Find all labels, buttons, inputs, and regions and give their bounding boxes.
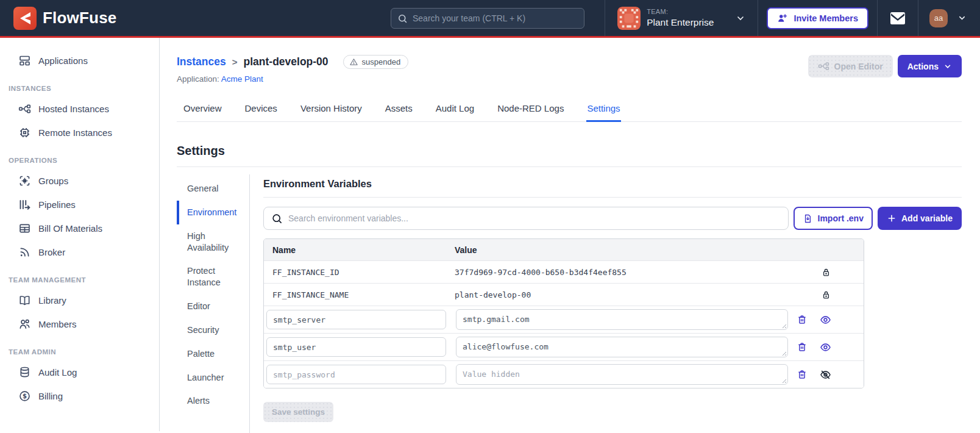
env-value-input[interactable] bbox=[456, 364, 788, 385]
add-variable-label: Add variable bbox=[901, 213, 953, 223]
env-name-input[interactable] bbox=[266, 337, 446, 357]
sidebar-section-team-admin: TEAM ADMIN bbox=[0, 336, 159, 360]
pipelines-icon bbox=[18, 198, 31, 211]
settings-nav-editor[interactable]: Editor bbox=[177, 295, 245, 318]
delete-variable-button[interactable] bbox=[797, 369, 808, 380]
env-value: 37f7d969-97cd-4000-b650-b3d4f4eef855 bbox=[450, 268, 788, 277]
editor-icon bbox=[818, 60, 829, 72]
settings-nav-alerts[interactable]: Alerts bbox=[177, 389, 245, 413]
env-value-input[interactable]: alice@flowfuse.com bbox=[456, 337, 788, 357]
table-row: alice@flowfuse.com bbox=[264, 333, 864, 360]
save-settings-button[interactable]: Save settings bbox=[263, 402, 333, 422]
brand-name: FlowFuse bbox=[43, 9, 117, 27]
user-menu[interactable]: aa bbox=[918, 0, 980, 36]
remote-instances-icon bbox=[18, 126, 31, 139]
sidebar: Applications INSTANCES Hosted Instances … bbox=[0, 38, 160, 431]
delete-variable-button[interactable] bbox=[797, 342, 808, 352]
env-value-field bbox=[456, 364, 788, 385]
sidebar-item-label: Applications bbox=[38, 55, 88, 66]
mail-icon bbox=[890, 12, 906, 25]
sidebar-item-groups[interactable]: Groups bbox=[0, 169, 159, 193]
sidebar-item-remote-instances[interactable]: Remote Instances bbox=[0, 121, 159, 145]
user-plus-icon bbox=[777, 13, 788, 24]
brand[interactable]: FlowFuse bbox=[0, 7, 128, 30]
sidebar-item-label: Broker bbox=[38, 247, 65, 257]
sidebar-item-billing[interactable]: $ Billing bbox=[0, 384, 159, 408]
team-name: Plant Enterprise bbox=[647, 16, 714, 28]
column-header-value: Value bbox=[450, 245, 788, 255]
sidebar-item-label: Audit Log bbox=[38, 367, 77, 378]
env-value-input[interactable]: smtp.gmail.com bbox=[456, 309, 788, 330]
hosted-instances-icon bbox=[18, 102, 31, 115]
settings-nav-security[interactable]: Security bbox=[177, 318, 245, 342]
sidebar-item-label: Pipelines bbox=[38, 199, 76, 210]
table-header-row: Name Value bbox=[264, 239, 864, 260]
sidebar-item-bill-of-materials[interactable]: Bill Of Materials bbox=[0, 216, 159, 240]
env-name-input[interactable] bbox=[266, 365, 446, 384]
settings-nav-palette[interactable]: Palette bbox=[177, 342, 245, 366]
instance-tabs: Overview Devices Version History Assets … bbox=[177, 98, 962, 122]
library-icon bbox=[18, 294, 31, 307]
search-icon bbox=[271, 213, 283, 224]
tab-version-history[interactable]: Version History bbox=[300, 98, 363, 121]
top-navbar: FlowFuse TEAM: Plant Enterprise bbox=[0, 0, 980, 38]
team-search[interactable] bbox=[391, 8, 584, 29]
table-row: FF_INSTANCE_NAME plant-develop-00 bbox=[264, 283, 864, 306]
status-badge: suspended bbox=[343, 55, 409, 69]
settings-nav-protect-instance[interactable]: Protect Instance bbox=[177, 259, 245, 295]
show-value-eye-icon[interactable] bbox=[820, 314, 831, 326]
application-label: Application: bbox=[177, 74, 219, 84]
settings-nav-high-availability[interactable]: High Availability bbox=[177, 224, 245, 260]
import-env-button[interactable]: Import .env bbox=[794, 207, 873, 230]
open-editor-button[interactable]: Open Editor bbox=[808, 55, 893, 77]
env-search[interactable] bbox=[263, 207, 789, 230]
breadcrumb-instances-link[interactable]: Instances bbox=[177, 55, 226, 68]
chevron-down-icon bbox=[736, 13, 745, 23]
env-name-input[interactable] bbox=[266, 310, 446, 329]
tab-assets[interactable]: Assets bbox=[385, 98, 413, 121]
application-link[interactable]: Acme Plant bbox=[221, 74, 263, 84]
invite-members-label: Invite Members bbox=[794, 13, 858, 23]
tab-settings[interactable]: Settings bbox=[586, 98, 620, 122]
show-value-eye-icon[interactable] bbox=[820, 342, 831, 353]
env-value-field: smtp.gmail.com bbox=[456, 309, 788, 330]
settings-nav: General Environment High Availability Pr… bbox=[177, 174, 250, 433]
plus-icon bbox=[887, 213, 897, 223]
lock-icon bbox=[821, 290, 831, 300]
sidebar-item-label: Bill Of Materials bbox=[38, 223, 102, 234]
broker-icon bbox=[18, 246, 31, 259]
env-table: Name Value FF_INSTANCE_ID 37f7d969-97cd-… bbox=[263, 238, 864, 388]
team-selector[interactable]: TEAM: Plant Enterprise bbox=[605, 0, 758, 36]
sidebar-item-hosted-instances[interactable]: Hosted Instances bbox=[0, 97, 159, 121]
sidebar-item-broker[interactable]: Broker bbox=[0, 240, 159, 264]
actions-label: Actions bbox=[907, 62, 939, 71]
tab-overview[interactable]: Overview bbox=[183, 98, 222, 121]
actions-button[interactable]: Actions bbox=[898, 55, 962, 77]
tab-node-red-logs[interactable]: Node-RED Logs bbox=[497, 98, 564, 121]
sidebar-item-members[interactable]: Members bbox=[0, 312, 159, 336]
team-search-input[interactable] bbox=[413, 13, 578, 23]
sidebar-item-audit-log[interactable]: Audit Log bbox=[0, 360, 159, 384]
add-variable-button[interactable]: Add variable bbox=[878, 207, 962, 230]
settings-nav-launcher[interactable]: Launcher bbox=[177, 366, 245, 390]
invite-members-button[interactable]: Invite Members bbox=[767, 7, 868, 29]
tab-audit-log[interactable]: Audit Log bbox=[435, 98, 475, 121]
delete-variable-button[interactable] bbox=[797, 314, 808, 325]
status-badge-label: suspended bbox=[362, 57, 401, 66]
members-icon bbox=[18, 318, 31, 331]
applications-icon bbox=[18, 54, 31, 67]
sidebar-item-applications[interactable]: Applications bbox=[0, 49, 159, 73]
settings-nav-general[interactable]: General bbox=[177, 177, 245, 201]
env-search-input[interactable] bbox=[288, 213, 781, 223]
sidebar-item-pipelines[interactable]: Pipelines bbox=[0, 193, 159, 216]
column-header-name: Name bbox=[264, 245, 450, 255]
hide-value-eye-slash-icon[interactable] bbox=[820, 369, 831, 381]
sidebar-item-label: Members bbox=[38, 319, 77, 329]
lock-icon bbox=[821, 267, 831, 277]
tab-devices[interactable]: Devices bbox=[244, 98, 278, 121]
notifications-button[interactable] bbox=[878, 0, 918, 36]
sidebar-item-library[interactable]: Library bbox=[0, 288, 159, 312]
sidebar-item-label: Billing bbox=[38, 391, 63, 401]
settings-nav-environment[interactable]: Environment bbox=[177, 201, 245, 224]
groups-icon bbox=[18, 174, 31, 187]
